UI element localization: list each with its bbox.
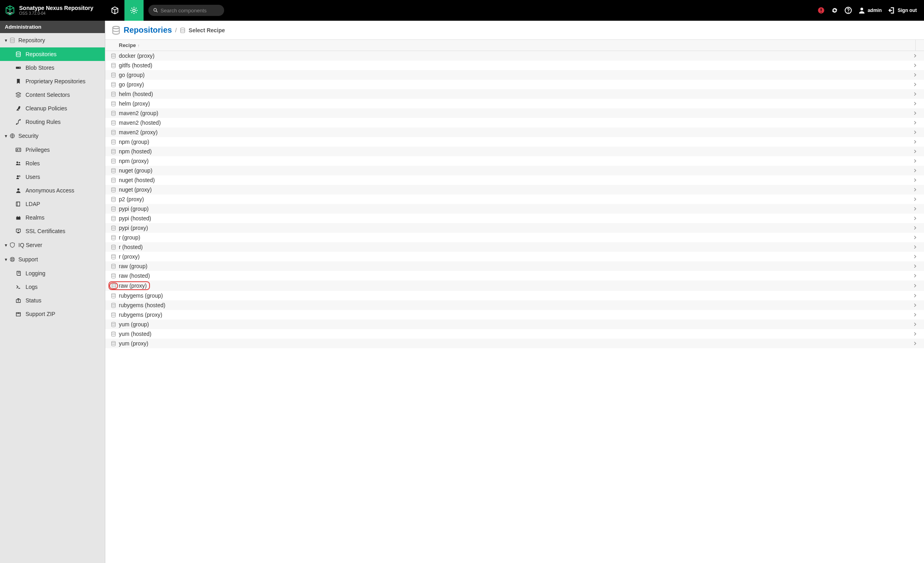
- recipe-row[interactable]: rubygems (group): [105, 291, 924, 300]
- recipe-row[interactable]: helm (proxy): [105, 99, 924, 108]
- sidebar-item-support zip[interactable]: Support ZIP: [0, 307, 105, 321]
- recipe-row[interactable]: helm (hosted): [105, 89, 924, 99]
- signout-button[interactable]: Sign out: [888, 7, 917, 14]
- search-box[interactable]: [148, 5, 224, 16]
- recipe-row[interactable]: pypi (hosted): [105, 214, 924, 223]
- recipe-row[interactable]: nuget (proxy): [105, 185, 924, 194]
- db-icon: [109, 187, 117, 192]
- recipe-row[interactable]: yum (proxy): [105, 339, 924, 348]
- search-input[interactable]: [160, 8, 219, 14]
- recipe-row[interactable]: p2 (proxy): [105, 194, 924, 204]
- recipe-row[interactable]: r (group): [105, 233, 924, 242]
- db-icon: [109, 245, 117, 250]
- recipe-row[interactable]: maven2 (group): [105, 108, 924, 118]
- column-header-recipe[interactable]: Recipe ↑: [105, 40, 924, 51]
- sidebar-item-users[interactable]: Users: [0, 170, 105, 184]
- sidebar-group-iq server[interactable]: ▼ IQ Server: [0, 238, 105, 252]
- db-icon: [109, 341, 117, 346]
- recipe-label: yum (hosted): [117, 331, 913, 337]
- sidebar-item-label: Logs: [26, 284, 37, 290]
- db-icon: [109, 82, 117, 87]
- recipe-row[interactable]: rubygems (hosted): [105, 300, 924, 310]
- recipe-row[interactable]: npm (proxy): [105, 156, 924, 166]
- recipe-row[interactable]: go (group): [105, 70, 924, 80]
- health-alert-icon[interactable]: [818, 7, 825, 14]
- recipe-row[interactable]: r (proxy): [105, 252, 924, 261]
- recipe-label: r (group): [117, 234, 913, 241]
- chevron-right-icon: [913, 322, 920, 327]
- recipe-label: pypi (hosted): [117, 215, 913, 222]
- chevron-right-icon: [913, 245, 920, 249]
- sidebar-item-anonymous access[interactable]: Anonymous Access: [0, 184, 105, 197]
- recipe-row[interactable]: docker (proxy): [105, 51, 924, 61]
- sidebar-item-label: Anonymous Access: [26, 187, 74, 194]
- recipe-row[interactable]: pypi (group): [105, 204, 924, 214]
- sidebar-item-label: Privileges: [26, 147, 50, 153]
- recipe-table: Recipe ↑ docker (proxy) gitlfs (hosted) …: [105, 39, 924, 348]
- recipe-row[interactable]: npm (group): [105, 137, 924, 147]
- refresh-button[interactable]: [831, 7, 838, 14]
- sidebar-item-logging[interactable]: Logging: [0, 267, 105, 280]
- sidebar-item-ldap[interactable]: LDAP: [0, 197, 105, 211]
- page-title-bar: Repositories / Select Recipe: [105, 21, 924, 39]
- chevron-right-icon: [913, 139, 920, 144]
- column-menu-handle[interactable]: [915, 40, 924, 51]
- sidebar-group-security[interactable]: ▼ Security: [0, 129, 105, 143]
- recipe-row[interactable]: maven2 (proxy): [105, 128, 924, 137]
- chevron-right-icon: [913, 206, 920, 211]
- recipe-label: p2 (proxy): [117, 196, 913, 202]
- db-icon: [14, 51, 22, 57]
- recipe-row[interactable]: pypi (proxy): [105, 223, 924, 233]
- recipe-row[interactable]: raw (hosted): [105, 271, 924, 281]
- recipe-row[interactable]: r (hosted): [105, 242, 924, 252]
- sidebar-item-proprietary repositories[interactable]: Proprietary Repositories: [0, 75, 105, 88]
- chevron-right-icon: [913, 53, 920, 58]
- sidebar-item-repositories[interactable]: Repositories: [0, 47, 105, 61]
- recipe-label: npm (proxy): [117, 158, 913, 164]
- db-icon: [109, 293, 117, 298]
- chevron-right-icon: [913, 130, 920, 135]
- browse-mode-button[interactable]: [105, 0, 124, 21]
- db-icon: [109, 73, 117, 78]
- recipe-row[interactable]: yum (group): [105, 320, 924, 329]
- breadcrumb-repositories-link[interactable]: Repositories: [124, 26, 172, 35]
- recipe-row[interactable]: go (proxy): [105, 80, 924, 89]
- chevron-right-icon: [913, 101, 920, 106]
- admin-mode-button[interactable]: [124, 0, 144, 21]
- recipe-row[interactable]: raw (group): [105, 261, 924, 271]
- recipe-label: npm (group): [117, 139, 913, 145]
- user-menu[interactable]: admin: [858, 7, 882, 14]
- sidebar-item-blob stores[interactable]: Blob Stores: [0, 61, 105, 75]
- recipe-row[interactable]: raw (proxy): [105, 281, 924, 291]
- recipe-row[interactable]: nuget (group): [105, 166, 924, 175]
- recipe-row[interactable]: rubygems (proxy): [105, 310, 924, 320]
- sidebar-item-ssl certificates[interactable]: SSL Certificates: [0, 224, 105, 238]
- sidebar-item-realms[interactable]: Realms: [0, 211, 105, 224]
- db-icon: [109, 235, 117, 240]
- db-icon: [109, 178, 117, 183]
- sidebar-item-routing rules[interactable]: Routing Rules: [0, 115, 105, 129]
- recipe-label: gitlfs (hosted): [117, 62, 913, 69]
- scroll-icon: [14, 271, 22, 276]
- chevron-right-icon: [913, 216, 920, 221]
- recipe-row[interactable]: gitlfs (hosted): [105, 61, 924, 70]
- main-content: Repositories / Select Recipe Recipe ↑ do…: [105, 21, 924, 563]
- sidebar-item-cleanup policies[interactable]: Cleanup Policies: [0, 102, 105, 115]
- recipe-row[interactable]: nuget (hosted): [105, 175, 924, 185]
- sidebar-item-content selectors[interactable]: Content Selectors: [0, 88, 105, 102]
- caret-down-icon: ▼: [4, 38, 9, 43]
- chevron-right-icon: [913, 293, 920, 298]
- sidebar-item-roles[interactable]: Roles: [0, 157, 105, 170]
- recipe-row[interactable]: maven2 (hosted): [105, 118, 924, 128]
- sidebar-item-label: Roles: [26, 160, 40, 167]
- sidebar-item-status[interactable]: Status: [0, 294, 105, 307]
- recipe-row[interactable]: yum (hosted): [105, 329, 924, 339]
- recipe-row[interactable]: npm (hosted): [105, 147, 924, 156]
- sidebar-group-support[interactable]: ▼ Support: [0, 252, 105, 267]
- sidebar-item-label: Users: [26, 174, 40, 180]
- sidebar-item-logs[interactable]: Logs: [0, 280, 105, 294]
- sidebar-group-label: IQ Server: [18, 242, 42, 248]
- sidebar-item-privileges[interactable]: Privileges: [0, 143, 105, 157]
- sidebar-group-repository[interactable]: ▼ Repository: [0, 33, 105, 47]
- help-button[interactable]: [845, 7, 852, 14]
